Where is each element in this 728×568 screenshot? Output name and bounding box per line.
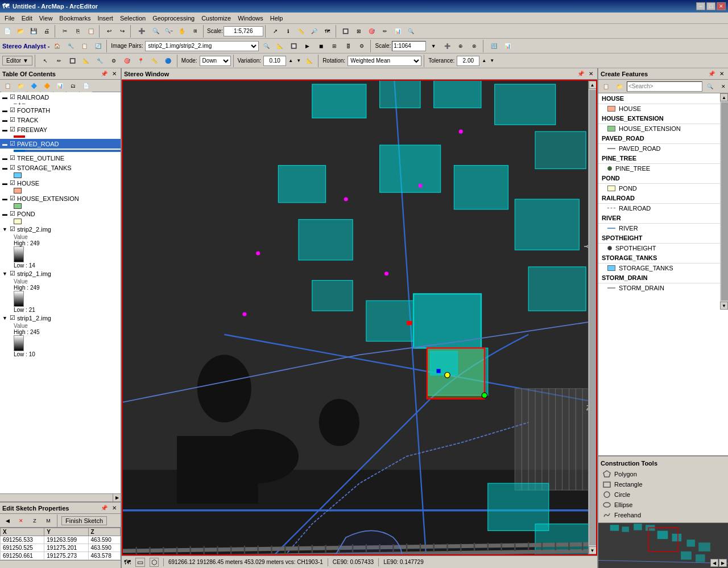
editor-dropdown-button[interactable]: Editor ▼ [2, 56, 32, 65]
minimize-button[interactable]: − [696, 2, 705, 10]
sketch-row-1[interactable]: 691256.533 191263.599 463.590 [1, 536, 121, 544]
close-button[interactable]: ✕ [717, 2, 726, 10]
status-poly-icon[interactable]: ⬡ [150, 558, 159, 567]
toc-btn2[interactable]: 📁 [14, 80, 27, 92]
cf-item-railroad[interactable]: RAILROAD [598, 204, 728, 213]
toc-item-house-extension[interactable]: ▬ ☑ HOUSE_EXTENSION [0, 194, 121, 203]
toc-btn3[interactable]: 🔷 [27, 80, 40, 92]
image-pairs-dropdown[interactable]: strip2_1.img/strip2_2.img [145, 41, 259, 51]
variation-up[interactable]: ▲ [287, 55, 294, 67]
tolerance-down[interactable]: ▼ [489, 55, 495, 67]
menu-help[interactable]: Help [267, 14, 287, 23]
scroll-down-btn[interactable]: ▼ [589, 546, 597, 554]
variation-extra[interactable]: 📐 [303, 55, 316, 67]
stereo-btn4[interactable]: 🔄 [92, 40, 104, 52]
menu-edit[interactable]: Edit [18, 14, 36, 23]
cf-item-pine-tree[interactable]: PINE_TREE [598, 164, 728, 173]
cf-item-storm-drain[interactable]: STORM_DRAIN [598, 283, 728, 293]
redo-button[interactable]: ↪ [116, 25, 129, 38]
save-button[interactable]: 💾 [27, 25, 40, 38]
menu-insert[interactable]: Insert [94, 14, 117, 23]
stereo-scale-btn[interactable]: ▼ [427, 40, 440, 52]
toc-btn6[interactable]: 🗂 [67, 80, 79, 92]
full-extent-button[interactable]: ⊞ [189, 25, 201, 38]
cf-pin-button[interactable]: 📌 [706, 70, 717, 77]
stereo-btn11[interactable]: 🎛 [342, 40, 354, 52]
minimap-btn1[interactable]: ◀ [710, 559, 718, 567]
select-by-location-button[interactable]: 🎯 [366, 25, 378, 38]
add-data-button[interactable]: ➕ [134, 25, 149, 38]
open-button[interactable]: 📂 [14, 25, 27, 38]
cf-scroll-up[interactable]: ▲ [720, 93, 728, 101]
pan-button[interactable]: ✋ [176, 25, 188, 38]
stereo-nav-btn1[interactable]: ➕ [441, 40, 453, 52]
attributes-button[interactable]: 📊 [392, 25, 404, 38]
cut-button[interactable]: ✂ [59, 25, 71, 38]
undo-button[interactable]: ↩ [103, 25, 115, 38]
status-rect-icon[interactable]: ▭ [135, 558, 145, 567]
stereo-btn8[interactable]: ▶ [301, 40, 313, 52]
editor-tool10[interactable]: 🔵 [162, 55, 175, 67]
cf-clear-button[interactable]: ✕ [717, 80, 728, 93]
ct-polygon[interactable]: Polygon [601, 469, 726, 479]
editor-button[interactable]: ✏ [379, 25, 391, 38]
stereo-btn3[interactable]: 📋 [78, 40, 90, 52]
rotation-dropdown[interactable]: Weighted Mean Mean None [348, 56, 421, 66]
zoom-in-button[interactable]: 🔍 [150, 25, 162, 38]
toc-item-pond[interactable]: ▬ ☑ POND [0, 209, 121, 219]
toc-item-freeway[interactable]: ▬ ☑ FREEWAY [0, 125, 121, 134]
toc-item-track[interactable]: ▬ ☑ TRACK [0, 115, 121, 125]
minimap-thumbnail[interactable]: ◀ ▶ [598, 522, 728, 568]
sketch-z-button[interactable]: Z [28, 515, 41, 527]
stereo-btn6[interactable]: 📐 [274, 40, 286, 52]
editor-tool5[interactable]: 🔧 [94, 55, 106, 67]
minimap-btn2[interactable]: ▶ [719, 559, 727, 567]
stereo-btn7[interactable]: 🔲 [287, 40, 300, 52]
editor-tool2[interactable]: ✏ [53, 55, 65, 67]
menu-view[interactable]: View [36, 14, 56, 23]
editor-tool6[interactable]: ⚙ [107, 55, 120, 67]
sketch-hscrollbar[interactable] [0, 560, 121, 568]
cf-btn2[interactable]: 📁 [613, 80, 626, 93]
stereo-btn1[interactable]: 🏠 [51, 40, 63, 52]
cf-search-button[interactable]: 🔍 [704, 80, 716, 93]
stereo-vscrollbar[interactable]: ▲ ▼ [588, 81, 596, 554]
editor-tool1[interactable]: ↖ [39, 55, 52, 67]
mode-dropdown[interactable]: Down Up [200, 56, 231, 66]
tolerance-up[interactable]: ▲ [481, 55, 487, 67]
cf-close-button[interactable]: ✕ [718, 70, 726, 77]
sketch-m-button[interactable]: M [42, 515, 55, 527]
toc-item-house[interactable]: ▬ ☑ HOUSE [0, 178, 121, 188]
cf-item-storage-tanks[interactable]: STORAGE_TANKS [598, 264, 728, 273]
cf-item-spotheight[interactable]: SPOTHEIGHT [598, 244, 728, 253]
ct-rectangle[interactable]: Rectangle [601, 479, 726, 489]
toc-btn1[interactable]: 📋 [1, 80, 14, 92]
ct-freehand[interactable]: Freehand [601, 510, 726, 520]
toc-btn5[interactable]: 📊 [53, 80, 66, 92]
find-button[interactable]: 🔍 [405, 25, 417, 38]
variation-down[interactable]: ▼ [295, 55, 302, 67]
ct-ellipse[interactable]: Ellipse [601, 500, 726, 510]
stereo-extra1[interactable]: 🔢 [487, 40, 500, 52]
toc-item-storage-tanks[interactable]: ▬ ☑ STORAGE_TANKS [0, 163, 121, 172]
stereo-pin-button[interactable]: 📌 [576, 70, 586, 77]
print-button[interactable]: 🖨 [40, 25, 53, 38]
toc-btn7[interactable]: 📄 [80, 80, 92, 92]
toc-hscrollbar[interactable]: ▶ [0, 493, 121, 501]
edit-sketch-close-button[interactable]: ✕ [110, 504, 118, 512]
stereo-btn5[interactable]: 🔍 [260, 40, 272, 52]
edit-sketch-pin-button[interactable]: 📌 [99, 504, 109, 512]
cf-btn1[interactable]: 📋 [599, 80, 612, 93]
measure-button[interactable]: 📏 [295, 25, 308, 38]
cf-search-input[interactable] [627, 81, 702, 92]
status-map-icon[interactable]: 🗺 [124, 558, 131, 566]
magnifier-button[interactable]: 🔎 [308, 25, 321, 38]
variation-input[interactable] [263, 56, 286, 66]
scale-input[interactable] [224, 26, 263, 36]
toc-pin-button[interactable]: 📌 [99, 70, 109, 77]
editor-tool4[interactable]: 📐 [80, 55, 93, 67]
toc-item-railroad[interactable]: ▬ ☑ RAILROAD [0, 92, 121, 102]
editor-tool9[interactable]: 📏 [148, 55, 161, 67]
toc-item-strip22[interactable]: ▼ ☑ strip2_2.img [0, 224, 121, 234]
editor-tool8[interactable]: 📍 [135, 55, 147, 67]
